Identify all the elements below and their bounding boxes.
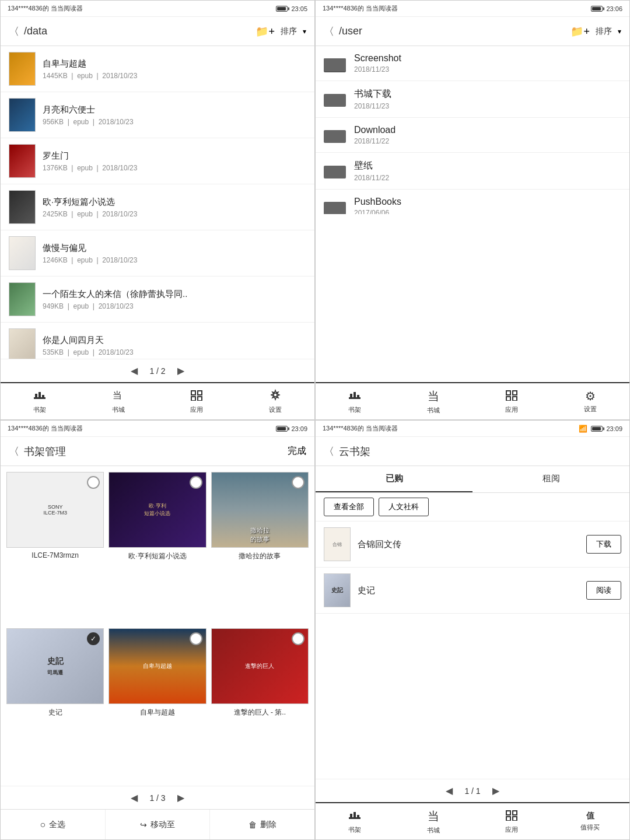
next-page-button-4[interactable]: ▶: [492, 785, 499, 796]
folder-icon: [324, 127, 346, 144]
cloud-book-name: 史记: [358, 585, 579, 596]
file-item[interactable]: 傲慢与偏见 1246KB | epub | 2018/10/23: [1, 230, 314, 276]
nav-settings-1[interactable]: 设置: [236, 383, 315, 419]
book-select-checkbox[interactable]: [87, 476, 100, 489]
delete-button[interactable]: 🗑 删除: [210, 810, 314, 839]
new-folder-icon-1[interactable]: 📁+: [256, 25, 275, 38]
folder-icon: [324, 90, 346, 108]
thumb-text: 史記: [331, 586, 343, 594]
settings-icon-1: [268, 389, 282, 404]
book-card[interactable]: 進撃的巨人 進撃的巨人 - 第..: [211, 628, 309, 780]
next-page-button-3[interactable]: ▶: [177, 792, 184, 803]
book-select-checkbox[interactable]: [190, 632, 202, 645]
book-card[interactable]: 史記司馬遷 ✓ 史记: [6, 628, 104, 780]
file-name: 自卑与超越: [43, 58, 306, 69]
back-button-2[interactable]: 〈: [324, 24, 334, 38]
nav-apps-1[interactable]: 应用: [158, 383, 236, 419]
file-info: 一个陌生女人的来信（徐静蕾执导同.. 949KB | epub | 2018/1…: [43, 289, 306, 310]
nav-settings-2[interactable]: ⚙ 设置: [551, 383, 630, 419]
back-button-4[interactable]: 〈: [324, 444, 334, 459]
book-cover: 史記司馬遷 ✓: [6, 628, 104, 704]
nav-bookstore-4[interactable]: 当 书城: [394, 803, 473, 839]
select-all-button[interactable]: ○ 全选: [1, 810, 106, 839]
book-select-checkbox[interactable]: [292, 476, 304, 489]
book-select-checkbox[interactable]: ✓: [87, 632, 100, 645]
nav-label-bookshelf-1: 书架: [33, 405, 46, 414]
prev-page-button-3[interactable]: ◀: [131, 792, 138, 803]
book-cover: 進撃的巨人: [211, 628, 309, 704]
book-select-checkbox[interactable]: [292, 632, 304, 645]
book-thumb: [9, 236, 36, 270]
nav-bookshelf-2[interactable]: 书架: [316, 383, 394, 419]
next-page-button-1[interactable]: ▶: [177, 365, 184, 376]
status-right-3: 23:09: [276, 425, 307, 432]
back-button-3[interactable]: 〈: [9, 444, 19, 459]
book-thumb: [9, 328, 36, 359]
folder-date: 2018/11/22: [354, 137, 621, 145]
page-info-4: 1 / 1: [464, 786, 480, 796]
nav-label-bookstore-1: 书城: [112, 405, 125, 414]
tab-rental[interactable]: 租阅: [473, 466, 629, 492]
back-button-1[interactable]: 〈: [9, 24, 19, 38]
read-button[interactable]: 阅读: [586, 581, 621, 600]
move-to-button[interactable]: ↪ 移动至: [106, 810, 211, 839]
filter-all-button[interactable]: 查看全部: [324, 498, 374, 516]
book-card[interactable]: SONYILCE-7M3 ILCE-7M3rmzn: [6, 472, 104, 624]
header-3: 〈 书架管理 完成: [1, 437, 314, 466]
folder-info: 壁纸 2018/11/22: [354, 160, 621, 182]
svg-rect-12: [324, 58, 346, 71]
folder-name: 壁纸: [354, 160, 621, 172]
folder-item[interactable]: Download 2018/11/22: [316, 118, 629, 153]
nav-bookshelf-4[interactable]: 书架: [316, 803, 394, 839]
download-button[interactable]: 下载: [586, 535, 621, 554]
nav-bookstore-1[interactable]: 当 书城: [79, 383, 158, 419]
bottom-nav-1: 书架 当 书城 应用 设置: [1, 382, 314, 419]
nav-bookstore-2[interactable]: 当 书城: [394, 383, 473, 419]
bottom-nav-4: 书架 当 书城 应用 值 值得买: [316, 802, 629, 839]
file-item[interactable]: 罗生门 1376KB | epub | 2018/10/23: [1, 138, 314, 184]
cloud-book-thumb: 史記: [324, 573, 351, 607]
new-folder-icon-2[interactable]: 📁+: [570, 25, 590, 38]
header-actions-1: 📁+ 排序 ▾: [256, 25, 306, 38]
battery-icon-2: [591, 6, 603, 12]
file-info: 你是人间四月天 535KB | epub | 2018/10/23: [43, 335, 306, 356]
filter-humanities-button[interactable]: 人文社科: [379, 498, 429, 516]
folder-date: 2017/06/06: [354, 209, 621, 214]
header-2: 〈 /user 📁+ 排序 ▾: [316, 17, 629, 46]
file-item[interactable]: 月亮和六便士 956KB | epub | 2018/10/23: [1, 92, 314, 138]
folder-item[interactable]: 壁纸 2018/11/22: [316, 153, 629, 190]
prev-page-button-4[interactable]: ◀: [446, 785, 453, 796]
tab-purchased[interactable]: 已购: [316, 466, 473, 492]
file-item[interactable]: 自卑与超越 1445KB | epub | 2018/10/23: [1, 46, 314, 92]
book-card[interactable]: 欧·亨利短篇小说选 欧·亨利短篇小说选: [108, 472, 206, 624]
status-right-2: 23:06: [591, 5, 622, 12]
nav-apps-2[interactable]: 应用: [473, 383, 551, 419]
file-item[interactable]: 你是人间四月天 535KB | epub | 2018/10/23: [1, 323, 314, 359]
nav-apps-4[interactable]: 应用: [473, 803, 551, 839]
nav-zhidemai-4[interactable]: 值 值得买: [551, 803, 630, 839]
bottom-nav-2: 书架 当 书城 应用 ⚙ 设置: [316, 382, 629, 419]
done-button-3[interactable]: 完成: [288, 445, 306, 457]
book-card[interactable]: 撒哈拉的故事 撒哈拉的故事: [211, 472, 309, 624]
cover-text: SONYILCE-7M3: [38, 499, 72, 520]
sort-button-1[interactable]: 排序: [281, 26, 297, 37]
file-item[interactable]: 一个陌生女人的来信（徐静蕾执导同.. 949KB | epub | 2018/1…: [1, 276, 314, 323]
book-cover: 欧·亨利短篇小说选: [108, 472, 206, 548]
folder-icon: [324, 162, 346, 180]
cloud-book-thumb: 合锦: [324, 527, 351, 561]
folder-date: 2018/11/23: [354, 102, 621, 110]
sort-button-2[interactable]: 排序: [596, 26, 612, 37]
nav-bookshelf-1[interactable]: 书架: [1, 383, 79, 419]
book-card[interactable]: 自卑与超越 自卑与超越: [108, 628, 206, 780]
header-actions-2: 📁+ 排序 ▾: [570, 25, 621, 38]
prev-page-button-1[interactable]: ◀: [131, 365, 138, 376]
folder-item[interactable]: Screenshot 2018/11/23: [316, 46, 629, 81]
nav-label: 书架: [348, 405, 361, 414]
file-name: 你是人间四月天: [43, 335, 306, 346]
folder-item[interactable]: PushBooks 2017/06/06: [316, 190, 629, 214]
page-title-3: 书架管理: [24, 444, 288, 459]
book-select-checkbox[interactable]: [190, 476, 202, 489]
file-item[interactable]: 欧·亨利短篇小说选 2425KB | epub | 2018/10/23: [1, 184, 314, 230]
folder-item[interactable]: 书城下载 2018/11/23: [316, 81, 629, 118]
book-title: 欧·亨利短篇小说选: [128, 551, 186, 561]
